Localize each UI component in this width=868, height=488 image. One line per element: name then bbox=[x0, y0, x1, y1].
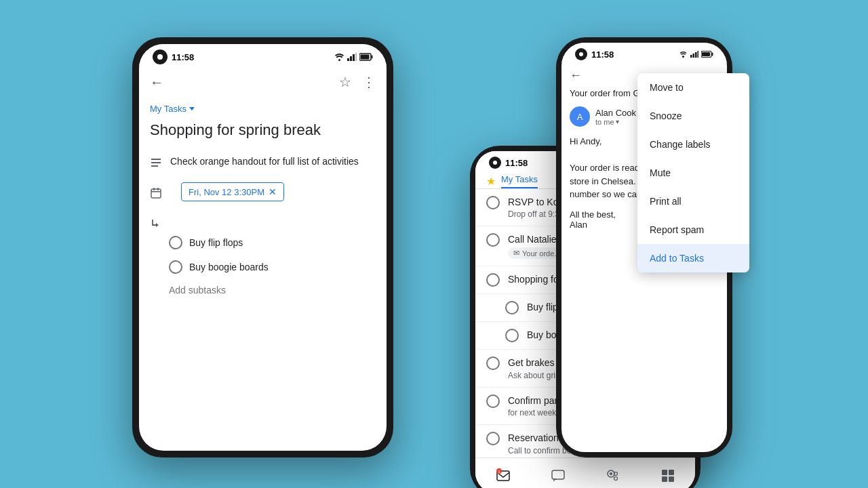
menu-item-move-to[interactable]: Move to bbox=[637, 73, 749, 102]
task-list-checkbox-1[interactable] bbox=[486, 196, 500, 209]
subtask-checkbox-2[interactable] bbox=[169, 260, 182, 274]
subtask-checkbox-1[interactable] bbox=[169, 236, 182, 249]
task-list-checkbox-2[interactable] bbox=[486, 233, 500, 247]
wifi-icon bbox=[334, 53, 344, 61]
menu-item-change-labels[interactable]: Change labels bbox=[637, 130, 749, 159]
svg-rect-27 bbox=[552, 470, 564, 479]
left-phone: 11:58 bbox=[132, 37, 393, 458]
nav-chat[interactable] bbox=[551, 468, 566, 483]
svg-rect-7 bbox=[361, 55, 370, 60]
task-title: Shopping for spring break bbox=[139, 117, 387, 150]
date-chip-text: Fri, Nov 12 3:30PM bbox=[189, 187, 264, 197]
bottom-nav-mid: 1 bbox=[475, 458, 695, 488]
chevron-to-icon: ▾ bbox=[616, 118, 619, 125]
mail-icon: 1 bbox=[496, 468, 511, 483]
menu-item-add-to-tasks[interactable]: Add to Tasks bbox=[637, 244, 749, 272]
indent-icon bbox=[150, 216, 162, 229]
signal-icon-right bbox=[690, 51, 698, 58]
svg-rect-39 bbox=[695, 52, 697, 58]
status-icons-left bbox=[334, 53, 373, 61]
svg-rect-6 bbox=[372, 56, 373, 59]
date-chip-clear[interactable]: ✕ bbox=[269, 186, 277, 197]
menu-item-snooze[interactable]: Snooze bbox=[637, 102, 749, 130]
task-list-checkbox-8[interactable] bbox=[486, 432, 500, 445]
my-tasks-tab[interactable]: My Tasks bbox=[501, 174, 538, 188]
svg-rect-10 bbox=[151, 165, 158, 167]
meet-icon bbox=[606, 468, 620, 483]
task-chip-label: Your orde... bbox=[522, 249, 560, 258]
subtask-2[interactable]: Buy boogie boards bbox=[139, 255, 387, 279]
time-right: 11:58 bbox=[591, 49, 614, 60]
my-tasks-text: My Tasks bbox=[150, 104, 186, 114]
header-action-icons: ☆ ⋮ bbox=[339, 74, 376, 90]
svg-rect-33 bbox=[669, 470, 674, 475]
menu-item-print-all[interactable]: Print all bbox=[637, 187, 749, 216]
svg-point-29 bbox=[610, 472, 612, 475]
task-list-checkbox-3[interactable] bbox=[486, 273, 500, 287]
nav-meet[interactable] bbox=[606, 468, 620, 483]
status-icons-right bbox=[679, 51, 713, 58]
svg-rect-34 bbox=[662, 476, 667, 482]
svg-rect-13 bbox=[153, 188, 155, 190]
star-icon-mid: ★ bbox=[486, 175, 496, 188]
svg-rect-4 bbox=[355, 53, 357, 61]
sender-to-text: to me bbox=[595, 118, 614, 126]
subtask-text-1: Buy flip flops bbox=[189, 237, 243, 248]
svg-rect-42 bbox=[712, 53, 713, 56]
context-menu: Move to Snooze Change labels Mute Print … bbox=[637, 73, 749, 272]
svg-rect-9 bbox=[151, 162, 161, 163]
more-button[interactable]: ⋮ bbox=[362, 74, 376, 90]
svg-rect-8 bbox=[151, 159, 161, 160]
svg-rect-32 bbox=[662, 470, 667, 475]
back-button[interactable]: ← bbox=[150, 75, 163, 90]
svg-rect-43 bbox=[702, 52, 710, 56]
time-left: 11:58 bbox=[172, 52, 194, 62]
svg-rect-3 bbox=[353, 54, 355, 61]
date-chip[interactable]: Fri, Nov 12 3:30PM ✕ bbox=[181, 182, 284, 201]
svg-rect-2 bbox=[350, 56, 352, 61]
svg-rect-38 bbox=[693, 54, 695, 58]
status-bar-left: 11:58 bbox=[139, 44, 387, 67]
star-button[interactable]: ☆ bbox=[339, 74, 351, 90]
task-list-checkbox-7[interactable] bbox=[486, 394, 500, 408]
subtask-1[interactable]: Buy flip flops bbox=[139, 230, 387, 255]
svg-point-0 bbox=[338, 59, 340, 61]
menu-item-report-spam[interactable]: Report spam bbox=[637, 216, 749, 244]
time-mid: 11:58 bbox=[505, 158, 528, 168]
svg-rect-37 bbox=[690, 55, 692, 58]
back-arrow-email[interactable]: ← bbox=[570, 68, 582, 83]
signal-icon bbox=[347, 53, 357, 61]
email-icon-chip: ✉ bbox=[513, 249, 519, 258]
tasks-app-header: ← ☆ ⋮ bbox=[139, 67, 387, 96]
svg-rect-12 bbox=[151, 191, 161, 192]
svg-point-36 bbox=[682, 56, 684, 58]
task-list-checkbox-4[interactable] bbox=[505, 301, 519, 314]
note-icon bbox=[150, 157, 162, 169]
nav-more[interactable] bbox=[660, 468, 675, 483]
task-note-text: Check orange handout for full list of ac… bbox=[170, 155, 359, 169]
svg-marker-15 bbox=[156, 223, 159, 227]
task-list-checkbox-6[interactable] bbox=[486, 357, 500, 370]
subtask-text-2: Buy boogie boards bbox=[189, 262, 269, 272]
my-tasks-label[interactable]: My Tasks bbox=[139, 96, 387, 117]
svg-rect-1 bbox=[347, 58, 349, 61]
date-row: Fri, Nov 12 3:30PM ✕ bbox=[139, 174, 387, 209]
svg-rect-35 bbox=[669, 476, 674, 482]
status-bar-right: 11:58 bbox=[561, 43, 727, 63]
more-grid-icon bbox=[660, 468, 675, 483]
chevron-down-icon bbox=[189, 107, 195, 110]
chat-icon bbox=[551, 468, 566, 483]
task-list-checkbox-5[interactable] bbox=[505, 329, 519, 342]
add-subtasks-button[interactable]: Add subtasks bbox=[139, 279, 387, 301]
sender-avatar: A bbox=[570, 106, 590, 127]
nav-mail[interactable]: 1 bbox=[496, 468, 511, 483]
task-note-row: Check orange handout for full list of ac… bbox=[139, 150, 387, 175]
svg-rect-11 bbox=[151, 189, 161, 198]
battery-icon bbox=[359, 53, 373, 61]
wifi-icon-right bbox=[679, 51, 688, 58]
subtask-indent-row bbox=[139, 209, 387, 230]
svg-rect-40 bbox=[698, 51, 699, 58]
calendar-icon bbox=[150, 186, 162, 199]
menu-item-mute[interactable]: Mute bbox=[637, 159, 749, 187]
battery-icon-right bbox=[701, 51, 713, 58]
